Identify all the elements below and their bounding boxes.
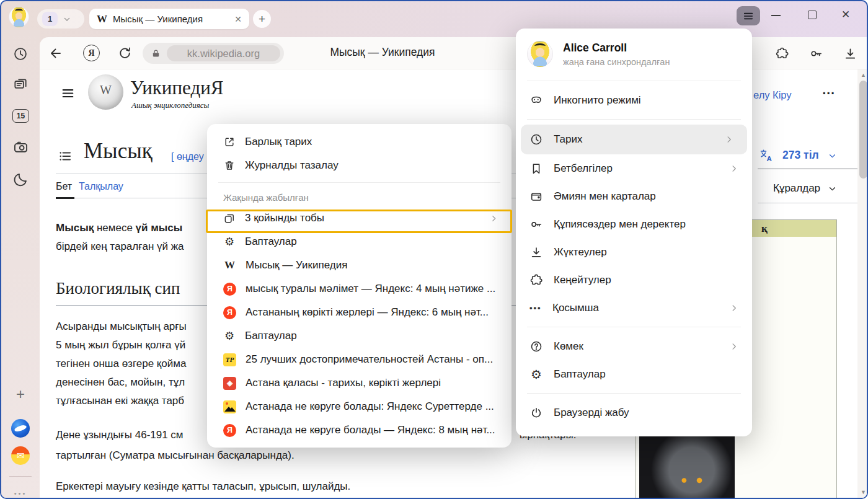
active-tab[interactable]: W Мысық — Уикипедия ✕ — [89, 9, 249, 29]
reload-button[interactable] — [118, 46, 132, 60]
minimize-button[interactable] — [771, 15, 781, 16]
paragraph-line: Асыранды мысықтың арғы — [56, 320, 187, 333]
screenshot-icon[interactable] — [12, 139, 29, 156]
address-bar-page-title: Мысық — Уикипедия — [283, 46, 482, 59]
menu-divider — [527, 393, 741, 394]
scroll-up-arrow[interactable]: ▲ — [857, 72, 867, 78]
chevron-right-icon — [728, 341, 740, 352]
maximize-button[interactable] — [808, 11, 817, 19]
address-bar[interactable]: kk.wikipedia.org — [143, 43, 284, 64]
back-button[interactable] — [48, 46, 63, 61]
yandex-home-button[interactable]: Я — [83, 45, 100, 61]
close-button[interactable]: ✕ — [841, 8, 850, 21]
menu-item-incognito[interactable]: Инкогнито режимі — [516, 86, 752, 114]
language-chevron-icon[interactable] — [827, 151, 838, 161]
menu-item-closed-page[interactable]: Я мысық туралы мәлімет — Яндекс: 4 мың н… — [207, 277, 512, 301]
paragraph-line: 5 мың жыл бұрын қолға үй — [56, 339, 185, 351]
page-scrollbar[interactable]: ▲ ▼ — [857, 69, 867, 498]
menu-item-all-history[interactable]: Барлық тарих — [207, 130, 512, 154]
add-panel-button[interactable]: + — [12, 386, 29, 403]
menu-divider — [527, 327, 741, 327]
tab-talk[interactable]: Талқылау — [79, 181, 123, 192]
title-bar: 1 W Мысық — Уикипедия ✕ + ✕ — [1, 1, 867, 30]
site-favicon: ◈ — [223, 377, 236, 390]
menu-item-closed-page[interactable]: W Мысық — Уикипедия — [207, 254, 512, 277]
gear-icon: ⚙ — [529, 368, 543, 381]
key-icon — [529, 218, 543, 231]
menu-item-closed-page[interactable]: Я Астананың көрікті жерлері — Яндекс: 6 … — [207, 301, 512, 324]
scroll-down-arrow[interactable]: ▼ — [857, 489, 867, 495]
gear-icon: ⚙ — [223, 330, 236, 342]
menu-item-history[interactable]: Тарих — [521, 125, 747, 154]
menu-item-bookmarks[interactable]: Бетбелгілер — [516, 154, 752, 182]
downloads-icon[interactable] — [843, 46, 857, 61]
menu-item-settings[interactable]: ⚙ Баптаулар — [207, 324, 512, 348]
menu-item-more[interactable]: ••• Қосымша — [516, 294, 752, 322]
extensions-puzzle-icon[interactable] — [775, 46, 789, 61]
menu-divider — [218, 182, 500, 183]
feed-panels-icon[interactable] — [12, 77, 29, 93]
browser-main-menu: Alice Carroll жаңа ғана синхрондалған Ин… — [516, 29, 752, 436]
incognito-mask-icon — [529, 94, 543, 107]
browser-menu-button[interactable] — [737, 6, 760, 25]
login-links[interactable]: елу Кіру — [753, 89, 792, 101]
paragraph-line: тұлғасынан екі жаққа тарб — [56, 395, 184, 407]
wiki-hamburger-icon[interactable] — [60, 86, 76, 101]
active-tab-underline — [56, 197, 74, 199]
wiki-site-title[interactable]: УикипедиЯ — [130, 77, 223, 99]
menu-item-closed-page[interactable]: Я Астанада не көруге болады — Яндекс: 8 … — [207, 418, 512, 442]
menu-item-clear-history[interactable]: Журналды тазалау — [207, 154, 512, 177]
language-button[interactable]: 273 тіл — [782, 149, 819, 162]
yandex-favicon: Я — [223, 306, 236, 319]
passwords-key-icon[interactable] — [809, 46, 823, 61]
dark-mode-moon-icon[interactable] — [12, 171, 29, 188]
menu-divider — [527, 119, 741, 120]
menu-item-closed-page[interactable]: Астанада не көруге болады: Яндекс Суретт… — [207, 395, 512, 418]
page-more-dots[interactable]: ⋯ — [822, 86, 835, 100]
trash-icon — [223, 159, 236, 172]
history-submenu: Барлық тарих Журналды тазалау Жақында жа… — [207, 124, 512, 448]
yandex-mail-icon[interactable]: ✉ — [11, 446, 30, 465]
edit-link[interactable]: [ өңдеу — [171, 151, 204, 162]
menu-item-passwords[interactable]: Құпиясөздер мен деректер — [516, 210, 752, 238]
lock-icon — [151, 48, 161, 59]
menu-item-wallet[interactable]: Әмиян мен карталар — [516, 182, 752, 210]
menu-item-settings[interactable]: ⚙ Баптаулар — [516, 360, 752, 388]
tools-button[interactable]: Құралдар — [773, 182, 820, 195]
contents-toc-icon[interactable] — [58, 149, 73, 164]
chevron-right-icon — [728, 163, 740, 174]
profile-avatar[interactable] — [9, 7, 29, 27]
tools-chevron-icon[interactable] — [827, 183, 838, 194]
tab-group-chip[interactable]: 1 — [37, 9, 84, 29]
yandex-start-icon[interactable] — [11, 419, 30, 438]
profile-row[interactable]: Alice Carroll жаңа ғана синхрондалған — [516, 31, 752, 76]
tab-page[interactable]: Бет — [56, 181, 72, 192]
clock-icon — [529, 133, 543, 146]
paragraph-line: денесінен бас, мойын, тұл — [56, 376, 185, 389]
tripadvisor-favicon: ТР — [223, 353, 236, 366]
menu-item-settings[interactable]: ⚙ Баптаулар — [207, 230, 512, 254]
menu-item-closed-page[interactable]: ◈ Астана қаласы - тарихы, көрікті жерлер… — [207, 371, 512, 395]
puzzle-icon — [529, 273, 543, 287]
new-tab-button[interactable]: + — [253, 10, 271, 28]
language-icon — [759, 148, 774, 163]
calendar-icon[interactable]: 15 — [12, 109, 29, 123]
menu-item-closed-page[interactable]: ТР 25 лучших достопримечательностей Аста… — [207, 348, 512, 371]
tab-group-count: 1 — [42, 12, 58, 26]
cat-photo-grey[interactable] — [639, 436, 735, 498]
recently-closed-section-label: Жақында жабылған — [207, 188, 512, 206]
scrollbar-thumb[interactable] — [859, 81, 867, 179]
sidebar-more-dots[interactable]: ••• — [9, 490, 32, 497]
download-icon — [529, 245, 543, 259]
url-text[interactable]: kk.wikipedia.org — [167, 45, 280, 61]
hamburger-icon — [742, 10, 755, 22]
history-icon[interactable] — [12, 46, 29, 62]
wikipedia-logo[interactable] — [88, 74, 123, 110]
sync-status: жаңа ғана синхрондалған — [563, 57, 670, 67]
menu-item-extensions[interactable]: Кеңейтулер — [516, 266, 752, 294]
wallet-icon — [529, 190, 543, 203]
menu-item-downloads[interactable]: Жүктеулер — [516, 238, 752, 266]
tab-close-icon[interactable]: ✕ — [234, 14, 242, 24]
menu-item-close-browser[interactable]: Браузерді жабу — [516, 399, 752, 426]
menu-item-help[interactable]: Көмек — [516, 332, 752, 360]
